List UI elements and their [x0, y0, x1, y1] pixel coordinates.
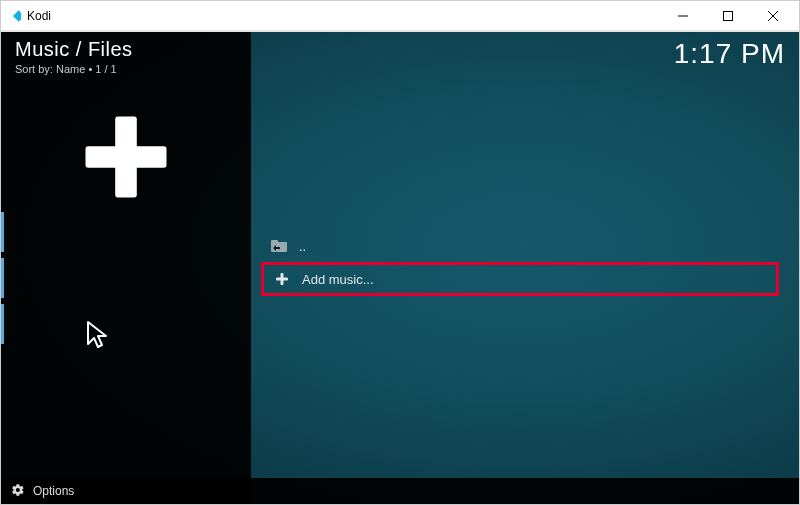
sort-by-label[interactable]: Sort by: Name	[15, 63, 85, 75]
breadcrumb: Music / Files	[15, 38, 133, 61]
gear-icon[interactable]	[11, 483, 25, 500]
svg-rect-6	[86, 146, 167, 168]
sidebar	[1, 32, 251, 504]
main-panel: .. Add music...	[251, 32, 799, 504]
options-button[interactable]: Options	[33, 484, 74, 498]
file-list: .. Add music...	[261, 232, 779, 296]
list-item-add-music[interactable]: Add music...	[261, 262, 779, 296]
add-music-label: Add music...	[302, 272, 770, 287]
svg-rect-8	[271, 240, 278, 244]
left-edge-markers	[1, 212, 4, 332]
window-title: Kodi	[27, 9, 51, 23]
svg-rect-10	[276, 278, 288, 281]
header-row: Music / Files Sort by: Name • 1 / 1	[15, 38, 785, 75]
parent-label: ..	[299, 239, 771, 254]
clock: 1:17 PM	[674, 38, 785, 70]
kodi-app-icon	[5, 8, 21, 24]
cursor-icon	[86, 320, 110, 354]
sidebar-thumbnail	[1, 112, 251, 202]
window-titlebar: Kodi	[1, 1, 799, 31]
window-close-button[interactable]	[750, 2, 795, 30]
kodi-app-area: Music / Files Sort by: Name • 1 / 1 1:17…	[1, 32, 799, 504]
footer-bar: Options	[1, 478, 799, 504]
window-minimize-button[interactable]	[660, 2, 705, 30]
window-maximize-button[interactable]	[705, 2, 750, 30]
list-item-parent[interactable]: ..	[261, 232, 779, 260]
breadcrumb-area: Music / Files Sort by: Name • 1 / 1	[15, 38, 133, 75]
plus-small-icon	[272, 272, 292, 286]
content-area: .. Add music...	[1, 32, 799, 504]
svg-rect-0	[13, 10, 21, 21]
plus-icon	[81, 112, 171, 202]
svg-rect-2	[723, 11, 732, 20]
position-indicator: 1 / 1	[95, 63, 116, 75]
app-window: Kodi Music / Files Sort by: Name • 1 / 1	[0, 0, 800, 505]
back-arrow-icon	[269, 240, 289, 252]
sort-info: Sort by: Name • 1 / 1	[15, 63, 133, 75]
